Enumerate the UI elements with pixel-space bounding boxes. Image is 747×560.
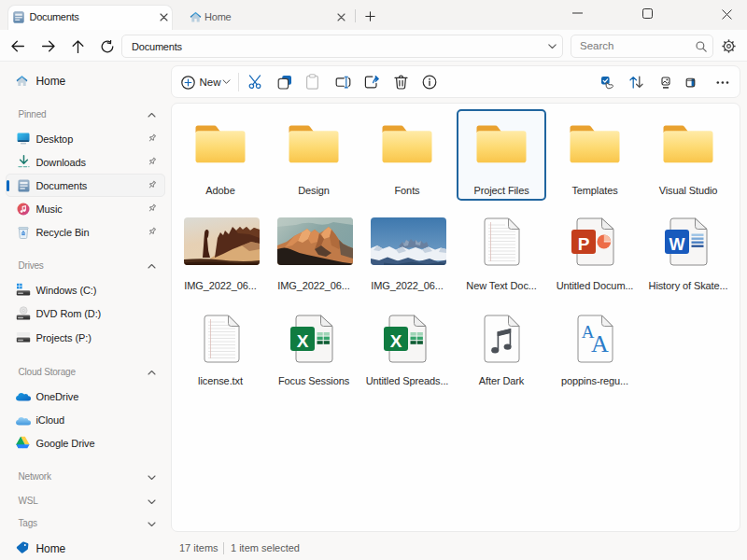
svg-text:X: X [297, 330, 309, 350]
svg-text:X: X [390, 330, 402, 350]
svg-text:A: A [591, 330, 609, 357]
svg-text:P: P [578, 234, 590, 254]
svg-text:W: W [669, 235, 685, 254]
